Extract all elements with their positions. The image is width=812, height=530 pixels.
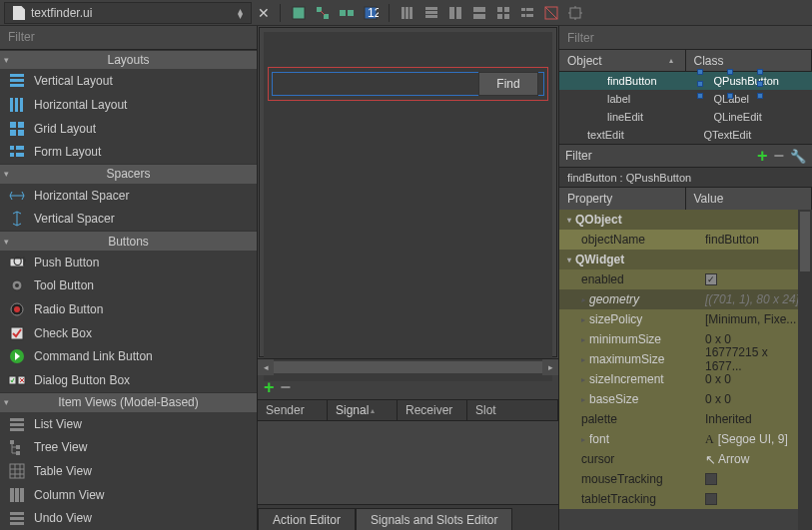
layout-mode-toolbar — [394, 3, 589, 23]
layout-horiz-icon[interactable] — [398, 3, 417, 23]
layout-horiz-split-icon[interactable] — [445, 3, 465, 23]
widget-filter-input[interactable]: Filter — [0, 26, 257, 50]
svg-rect-64 — [10, 488, 14, 502]
edit-widgets-icon[interactable] — [289, 3, 309, 23]
prop-objectname[interactable]: objectNamefindButton — [559, 230, 812, 250]
layout-vert-icon[interactable] — [421, 3, 441, 23]
svg-rect-57 — [16, 445, 20, 449]
svg-rect-31 — [10, 84, 24, 87]
widget-tool-button[interactable]: Tool Button — [0, 274, 257, 298]
svg-rect-14 — [449, 7, 454, 19]
object-row-textedit[interactable]: textEditQTextEdit — [559, 126, 812, 144]
prop-tablettracking[interactable]: tabletTracking — [559, 489, 812, 509]
edit-buddies-icon[interactable] — [337, 3, 357, 23]
category-itemviews[interactable]: ▾Item Views (Model-Based) — [0, 392, 257, 412]
checkbox-icon[interactable] — [705, 473, 717, 485]
layout-grid-icon[interactable] — [493, 3, 513, 23]
object-header[interactable]: Object▴ Class — [559, 50, 812, 72]
widget-vertical-layout[interactable]: Vertical Layout — [0, 69, 257, 93]
category-buttons[interactable]: ▾Buttons — [0, 231, 257, 251]
category-layouts[interactable]: ▾Layouts — [0, 50, 257, 70]
svg-rect-32 — [10, 98, 13, 112]
svg-rect-8 — [402, 7, 405, 19]
object-row-lineedit[interactable]: lineEditQLineEdit — [559, 108, 812, 126]
checkbox-icon[interactable]: ✓ — [705, 273, 717, 285]
svg-rect-22 — [521, 8, 525, 11]
svg-rect-55 — [10, 428, 24, 431]
object-row-label[interactable]: labelQLabel — [559, 90, 812, 108]
widget-tree-view[interactable]: Tree View — [0, 435, 257, 459]
widget-dialog-button-box[interactable]: Dialog Button Box — [0, 368, 257, 392]
prop-enabled[interactable]: enabled✓ — [559, 269, 812, 289]
object-tree[interactable]: findButtonQPushButton labelQLabel lineEd… — [559, 72, 812, 144]
prop-basesize[interactable]: ▸baseSize0 x 0 — [559, 389, 812, 409]
svg-rect-36 — [18, 122, 24, 128]
settings-icon[interactable]: 🔧 — [790, 149, 806, 164]
break-layout-icon[interactable] — [541, 3, 561, 23]
canvas[interactable]: Find — [259, 27, 557, 357]
svg-rect-69 — [10, 522, 24, 525]
prop-palette[interactable]: paletteInherited — [559, 409, 812, 429]
find-button-widget[interactable]: Find — [478, 72, 538, 96]
prop-cursor[interactable]: cursor↖Arrow — [559, 449, 812, 469]
prop-group-qobject[interactable]: ▾QObject — [559, 210, 812, 230]
widget-box: Filter ▾Layouts Vertical Layout Horizont… — [0, 26, 258, 530]
widget-form-layout[interactable]: Form Layout — [0, 140, 257, 164]
tab-signals-slots[interactable]: Signals and Slots Editor — [356, 508, 512, 530]
prop-geometry[interactable]: ▸geometry[(701, 1), 80 x 24] — [559, 289, 812, 309]
widget-grid-layout[interactable]: Grid Layout — [0, 117, 257, 141]
widget-horizontal-spacer[interactable]: Horizontal Spacer — [0, 184, 257, 208]
widget-table-view[interactable]: Table View — [0, 459, 257, 483]
close-button[interactable]: ✕ — [252, 5, 276, 21]
widget-horizontal-layout[interactable]: Horizontal Layout — [0, 93, 257, 117]
svg-rect-25 — [526, 14, 533, 17]
widget-vertical-spacer[interactable]: Vertical Spacer — [0, 208, 257, 232]
widget-check-box[interactable]: Check Box — [0, 321, 257, 345]
widget-command-link-button[interactable]: Command Link Button — [0, 345, 257, 369]
object-filter-input[interactable]: Filter — [559, 26, 812, 50]
svg-rect-16 — [473, 7, 485, 12]
tab-action-editor[interactable]: Action Editor — [258, 508, 356, 530]
svg-line-3 — [321, 11, 325, 15]
edit-signals-icon[interactable] — [313, 3, 333, 23]
prop-group-qwidget[interactable]: ▾QWidget — [559, 250, 812, 269]
svg-rect-58 — [16, 451, 20, 455]
add-property-button[interactable]: + — [757, 146, 768, 167]
category-spacers[interactable]: ▾Spacers — [0, 164, 257, 184]
prop-sizeincrement[interactable]: ▸sizeIncrement0 x 0 — [559, 369, 812, 389]
layout-toolbar: 12 — [285, 3, 385, 23]
property-filter-input[interactable]: Filter + − 🔧 — [559, 144, 812, 168]
horizontal-scrollbar[interactable]: ◂▸ — [258, 358, 558, 374]
property-header[interactable]: PropertyValue — [559, 188, 812, 210]
signals-body[interactable] — [258, 421, 558, 504]
svg-rect-19 — [504, 7, 509, 12]
prop-mousetracking[interactable]: mouseTracking — [559, 469, 812, 489]
file-selector[interactable]: textfinder.ui ▴▾ — [4, 2, 252, 24]
layout-vert-split-icon[interactable] — [469, 3, 489, 23]
signals-header[interactable]: Sender Signal▴ Receiver Slot — [258, 399, 558, 421]
layout-form-icon[interactable] — [517, 3, 537, 23]
svg-rect-12 — [425, 11, 437, 14]
object-row-findbutton[interactable]: findButtonQPushButton — [559, 72, 812, 90]
svg-rect-39 — [10, 146, 14, 150]
widget-column-view[interactable]: Column View — [0, 483, 257, 507]
svg-point-46 — [15, 283, 19, 287]
svg-rect-5 — [348, 10, 354, 16]
widget-radio-button[interactable]: Radio Button — [0, 297, 257, 321]
prop-sizepolicy[interactable]: ▸sizePolicy[Minimum, Fixe... — [559, 309, 812, 329]
filename-label: textfinder.ui — [31, 6, 92, 20]
prop-font[interactable]: ▸fontA[Segoe UI, 9] — [559, 429, 812, 449]
edit-tab-order-icon[interactable]: 12 — [361, 3, 381, 23]
checkbox-icon[interactable] — [705, 493, 717, 505]
prop-maximumsize[interactable]: ▸maximumSize16777215 x 1677... — [559, 349, 812, 369]
vertical-scrollbar[interactable] — [798, 210, 812, 530]
adjust-size-icon[interactable] — [565, 3, 585, 23]
updown-icon: ▴▾ — [238, 8, 243, 18]
widget-list-view[interactable]: List View — [0, 412, 257, 436]
widget-push-button[interactable]: OKPush Button — [0, 251, 257, 274]
svg-rect-59 — [10, 464, 24, 478]
signals-panel: + − Sender Signal▴ Receiver Slot Action … — [258, 374, 558, 530]
remove-property-button[interactable]: − — [773, 146, 784, 167]
property-list[interactable]: ▾QObject objectNamefindButton ▾QWidget e… — [559, 210, 812, 530]
widget-undo-view[interactable]: Undo View — [0, 506, 257, 530]
